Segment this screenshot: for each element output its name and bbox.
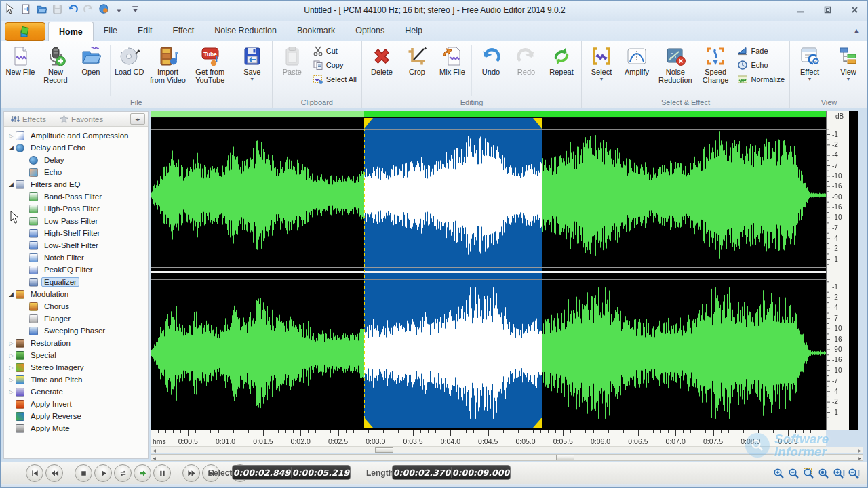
minimize-ribbon-icon[interactable]: ▲ [851,26,862,35]
ribbon-button-echo[interactable]: Echo [737,59,785,71]
zoom-out-button[interactable] [787,467,801,481]
tree-item-notch-filter[interactable]: Notch Filter [4,251,148,264]
stop-button[interactable] [75,464,92,482]
zoom-vertical-in-button[interactable] [831,467,846,481]
ribbon-button-speed-change[interactable]: Speed Change [696,43,735,98]
tree-item-generate[interactable]: ▷Generate [4,386,148,398]
ribbon-button-effect[interactable]: Effect▼ [792,43,827,98]
tree-item-restoration[interactable]: ▷Restoration [4,337,148,349]
application-menu-button[interactable] [5,22,45,41]
tree-item-delay-and-echo[interactable]: ◢Delay and Echo [4,142,148,154]
tree-item-equalizer[interactable]: Equalizer [4,276,148,288]
loop-button[interactable] [114,464,132,482]
collapsed-arrow-icon[interactable]: ▷ [7,389,16,395]
tree-item-apply-invert[interactable]: Apply Invert [4,398,148,410]
scrollbar-thumb[interactable] [556,455,574,460]
expanded-arrow-icon[interactable]: ◢ [7,291,16,298]
waveform-display[interactable] [151,111,826,430]
ribbon-button-new-record[interactable]: New Record [38,43,73,98]
ribbon-button-copy[interactable]: Copy [313,59,357,71]
ribbon-button-select-all[interactable]: Select All [313,73,357,85]
play-button[interactable] [94,464,112,482]
tab-favorites[interactable]: Favorites [53,115,110,123]
ribbon-button-undo[interactable]: Undo [473,43,509,98]
ribbon-button-get-from-youtube[interactable]: TubeGet from YouTube [189,43,231,98]
collapse-panel-button[interactable]: ◂▸ [130,113,145,125]
collapsed-arrow-icon[interactable]: ▷ [7,133,16,139]
rewind-button[interactable] [45,464,63,482]
tree-item-sweeping-phaser[interactable]: Sweeping Phaser [4,325,148,337]
ribbon-button-cut[interactable]: Cut [313,45,357,57]
tree-item-special[interactable]: ▷Special [4,349,148,361]
ribbon-button-amplify[interactable]: Amplify [619,43,654,98]
tab-home[interactable]: Home [48,22,94,42]
tree-item-high-pass-filter[interactable]: High-Pass Filter [4,203,148,215]
tab-file[interactable]: File [94,21,127,40]
close-button[interactable] [846,3,863,16]
tree-item-time-and-pitch[interactable]: ▷Time and Pitch [4,373,148,386]
zoom-in-button[interactable] [772,467,786,481]
tab-options[interactable]: Options [345,21,395,40]
tree-item-apply-mute[interactable]: Apply Mute [4,422,148,434]
horizontal-scrollbar-1[interactable]: ◀ ▶ [151,447,863,453]
collapsed-arrow-icon[interactable]: ▷ [7,377,16,383]
tree-item-chorus[interactable]: Chorus [4,300,148,312]
special-icon [16,351,24,360]
tab-help[interactable]: Help [395,21,433,40]
horizontal-scrollbar-2[interactable]: ◀ ▶ [151,454,863,461]
zoom-full-button[interactable] [816,467,831,481]
expanded-arrow-icon[interactable]: ◢ [7,144,16,151]
fast-forward-button[interactable] [182,464,200,482]
skip-start-button[interactable] [26,464,43,482]
tree-item-modulation[interactable]: ◢Modulation [4,288,148,300]
tab-effect[interactable]: Effect [162,21,204,40]
ribbon-button-fade[interactable]: Fade [737,45,785,57]
ribbon-button-save[interactable]: Save▼ [235,43,270,98]
tree-item-low-pass-filter[interactable]: Low-Pass Filter [4,215,148,227]
collapsed-arrow-icon[interactable]: ▷ [7,340,16,346]
ribbon-button-crop[interactable]: Crop [399,43,435,98]
collapsed-arrow-icon[interactable]: ▷ [7,352,16,359]
scrollbar-thumb[interactable] [375,447,393,453]
ribbon-button-mix-file[interactable]: Mix File [435,43,470,98]
tree-item-band-pass-filter[interactable]: Band-Pass Filter [4,190,148,203]
ribbon-button-label: Effect [800,68,819,76]
tree-item-flanger[interactable]: Flanger [4,312,148,325]
expanded-arrow-icon[interactable]: ◢ [7,181,16,188]
tab-noise-reduction[interactable]: Noise Reduction [204,21,287,40]
pause-button[interactable] [153,464,171,482]
ribbon-button-new-file[interactable]: New File [3,43,38,98]
tree-item-filters-and-eq[interactable]: ◢Filters and EQ [4,178,148,190]
ribbon-button-repeat[interactable]: Repeat [544,43,579,98]
tree-item-label: Band-Pass Filter [41,192,104,201]
tree-item-echo[interactable]: Echo [4,166,148,178]
tree-item-stereo-imagery[interactable]: ▷Stereo Imagery [4,361,148,373]
tree-item-high-shelf-filter[interactable]: High-Shelf Filter [4,227,148,239]
tree-item-peakeq-filter[interactable]: PeakEQ Filter [4,264,148,276]
timeline-label: 0:03.5 [403,437,422,445]
zoom-selection-button[interactable] [802,467,816,481]
forward-button[interactable] [134,464,151,482]
timeline-ruler[interactable]: hms 0:00.50:01.00:01.50:02.00:02.50:03.0… [151,430,826,447]
tab-bookmark[interactable]: Bookmark [287,21,345,40]
maximize-button[interactable] [818,3,836,16]
app-logo-icon [18,25,32,39]
ribbon-button-noise-reduction[interactable]: Noise Reduction [654,43,696,98]
ribbon-button-delete[interactable]: Delete [364,43,399,98]
ribbon-button-import-from-video[interactable]: Import from Video [147,43,189,98]
tree-item-low-shelf-filter[interactable]: Low-Shelf Filter [4,239,148,251]
tab-edit[interactable]: Edit [127,21,163,40]
ribbon-button-select[interactable]: Select▼ [584,43,619,98]
tree-item-apply-reverse[interactable]: Apply Reverse [4,410,148,422]
select-all-icon [313,74,323,85]
minimize-button[interactable] [791,3,809,16]
tree-item-amplitude-and-compression[interactable]: ▷Amplitude and Compression [4,129,148,142]
ribbon-button-view[interactable]: View▼ [831,43,866,98]
tab-effects[interactable]: Effects [4,115,53,123]
ribbon-button-open[interactable]: Open [73,43,108,98]
zoom-vertical-out-button[interactable] [846,467,861,481]
ribbon-button-normalize[interactable]: Normalize [737,73,785,85]
tree-item-delay[interactable]: Delay [4,154,148,166]
collapsed-arrow-icon[interactable]: ▷ [7,365,16,371]
ribbon-button-load-cd[interactable]: Load CD [112,43,147,98]
